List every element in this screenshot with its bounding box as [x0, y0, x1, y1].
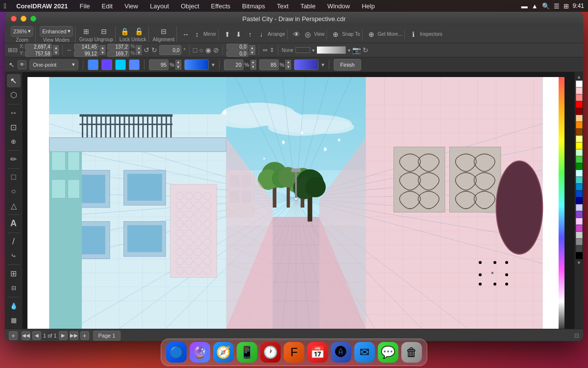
add-page-end-button[interactable]: +	[80, 331, 89, 340]
palette-blue[interactable]	[576, 190, 583, 197]
angle-input[interactable]	[159, 45, 181, 55]
menu-table[interactable]: Table	[298, 1, 318, 11]
opacity-input[interactable]	[149, 59, 169, 70]
skew-y-input[interactable]	[226, 51, 248, 57]
zoom-fit-icon[interactable]: ⊡	[574, 332, 579, 339]
grid-lines-down-btn[interactable]: ▼	[250, 65, 256, 70]
clock-icon[interactable]: 🕐	[260, 342, 281, 363]
persp-pointer-icon[interactable]: ↖	[9, 61, 15, 69]
opacity2-down-btn[interactable]: ▼	[285, 65, 291, 70]
appstore-icon[interactable]: 🅐	[331, 342, 351, 363]
menu-edit[interactable]: Edit	[100, 1, 115, 11]
minimize-button[interactable]	[21, 16, 26, 22]
fill-selector[interactable]: None ▾	[282, 47, 315, 53]
grid-lines-input[interactable]	[224, 59, 244, 70]
safari-icon[interactable]: 🧭	[213, 342, 234, 363]
fantastical-icon[interactable]: 📅	[307, 342, 328, 363]
search-icon[interactable]: 🔍	[542, 2, 550, 10]
palette-white[interactable]	[576, 80, 583, 87]
rectangle-tool-btn[interactable]: □	[7, 171, 21, 184]
fill-dropdown-arrow[interactable]: ▾	[312, 48, 315, 53]
menu-extras-icon[interactable]: ⊞	[564, 2, 569, 10]
palette-purple[interactable]	[576, 211, 583, 218]
grid-lines-up-btn[interactable]: ▲	[250, 60, 256, 65]
scale-y-input[interactable]	[107, 51, 129, 57]
scale-up-button[interactable]: ▲	[136, 45, 142, 50]
polygon-tool-btn[interactable]: △	[7, 199, 21, 212]
arrange-backward-icon[interactable]: ↓	[256, 29, 266, 39]
text-tool-btn[interactable]: A	[7, 217, 21, 230]
maximize-button[interactable]	[30, 16, 36, 22]
fill-tool-btn[interactable]: ▦	[7, 314, 21, 327]
palette-yellow[interactable]	[576, 142, 583, 149]
palette-light-blue[interactable]	[576, 184, 583, 190]
snap-icon[interactable]: ⊕	[331, 29, 341, 39]
shape-oval-icon[interactable]: ◉	[205, 46, 211, 54]
x-input[interactable]	[25, 44, 52, 50]
menu-view[interactable]: View	[122, 1, 140, 11]
palette-light-cyan[interactable]	[576, 170, 583, 177]
perspective-color-bar2[interactable]	[294, 59, 318, 70]
page-tab[interactable]: Page 1	[93, 331, 121, 341]
perspective-color4-btn[interactable]	[129, 59, 140, 70]
opacity2-up-btn[interactable]: ▲	[285, 60, 291, 65]
perspective-color1-btn[interactable]	[88, 59, 98, 70]
palette-scroll-down[interactable]: ▼	[576, 259, 583, 266]
close-button[interactable]	[11, 16, 17, 22]
opacity-up-btn[interactable]: ▲	[175, 60, 181, 65]
stroke-selector[interactable]	[317, 46, 346, 54]
pick-tool-btn[interactable]: ↖	[7, 74, 21, 87]
mail-icon[interactable]: ✉	[354, 342, 375, 363]
mirror-h-icon[interactable]: ↔	[181, 29, 191, 39]
group-icon[interactable]: ⊞	[81, 26, 91, 36]
crop-tool-btn[interactable]: ⊡	[7, 121, 21, 134]
image-refresh-icon[interactable]: ↻	[363, 46, 368, 54]
palette-magenta[interactable]	[576, 225, 583, 232]
palette-scroll-up[interactable]: ▲	[576, 73, 583, 80]
palette-dark-red[interactable]	[576, 108, 583, 115]
palette-dark-gray[interactable]	[576, 245, 583, 252]
skew-x-input[interactable]	[226, 44, 248, 50]
menu-file[interactable]: File	[78, 1, 92, 11]
palette-gray[interactable]	[576, 238, 583, 245]
shape-square-icon[interactable]: □	[193, 46, 197, 54]
palette-light-green[interactable]	[576, 149, 583, 156]
persp-eye-icon[interactable]: 👁	[18, 60, 26, 69]
fill-color-box[interactable]	[295, 47, 310, 53]
palette-brown[interactable]	[576, 129, 583, 135]
wh-up-button[interactable]: ▲	[99, 45, 105, 50]
perspective-mode-dropdown[interactable]: One-point ▾	[29, 59, 78, 70]
palette-light-magenta[interactable]	[576, 218, 583, 225]
finder-icon[interactable]: 🔵	[166, 342, 187, 363]
menu-help[interactable]: Help	[360, 1, 377, 11]
perspective-color3-btn[interactable]	[115, 59, 126, 70]
opacity2-input[interactable]	[259, 59, 279, 70]
perspective-color-bar1[interactable]	[184, 59, 209, 70]
next-page-button[interactable]: ▶	[59, 331, 68, 340]
palette-dark-green[interactable]	[576, 163, 583, 170]
palette-light-yellow[interactable]	[576, 135, 583, 142]
wh-down-button[interactable]: ▼	[99, 50, 105, 55]
phone-icon[interactable]: 📱	[237, 342, 257, 363]
getmore-icon[interactable]: ⊕	[367, 29, 376, 39]
first-page-button[interactable]: ◀◀	[22, 331, 30, 340]
menu-layout[interactable]: Layout	[148, 1, 171, 11]
shape-poly-icon[interactable]: ⊘	[213, 46, 219, 54]
freehand-tool-btn[interactable]: ✏	[7, 153, 21, 166]
palette-light-pink[interactable]	[576, 87, 583, 94]
inspectors-icon[interactable]: ℹ	[409, 29, 418, 39]
arrange-back-icon[interactable]: ⬇	[234, 29, 244, 39]
palette-pink[interactable]	[576, 94, 583, 101]
apple-menu[interactable]: 	[4, 2, 6, 10]
y-input[interactable]	[25, 51, 52, 57]
menu-text[interactable]: Text	[275, 1, 291, 11]
palette-red[interactable]	[576, 101, 583, 108]
arrange-front-icon[interactable]: ⬆	[222, 29, 232, 39]
alignment-icon[interactable]: ⊟	[159, 26, 169, 36]
control-center-icon[interactable]: ☰	[554, 2, 560, 10]
prev-page-button[interactable]: ◀	[32, 331, 41, 340]
menu-effects[interactable]: Effects	[209, 1, 233, 11]
frame-tool-btn[interactable]: ⊞	[7, 267, 21, 280]
skew-up-button[interactable]: ▲	[249, 45, 255, 50]
flip-v-icon[interactable]: ⇕	[270, 47, 274, 53]
